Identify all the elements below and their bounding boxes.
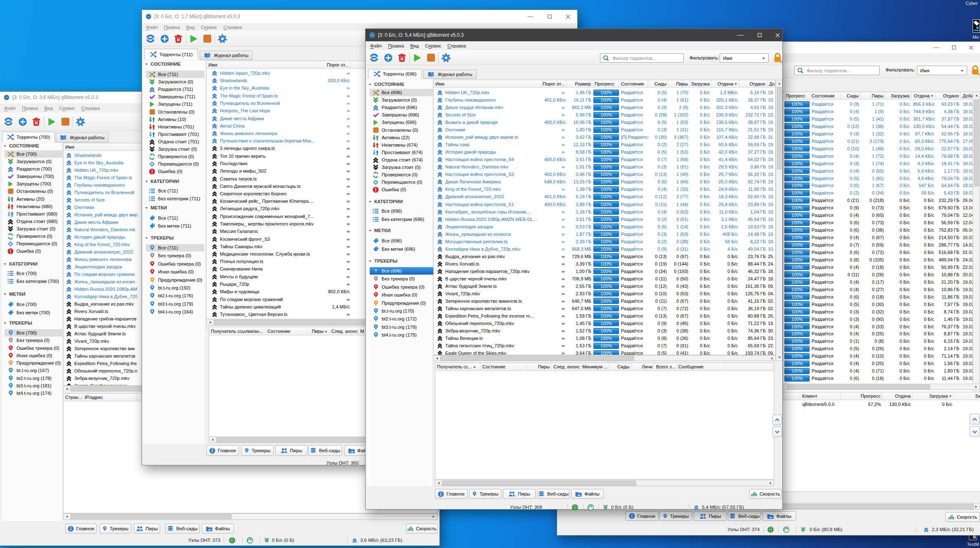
svg-text:qb: qb [5,96,8,99]
svg-text:qb: qb [371,33,374,37]
svg-text:qb: qb [147,15,150,18]
